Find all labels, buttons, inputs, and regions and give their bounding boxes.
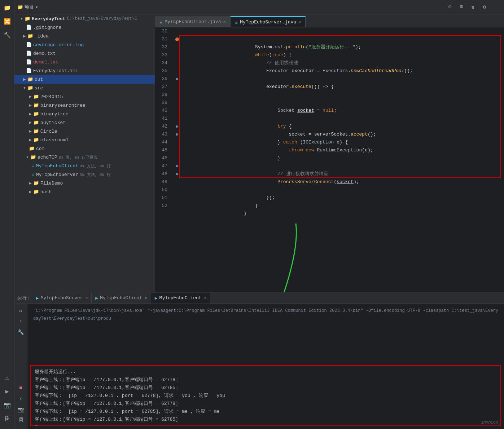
run-tab-client1[interactable]: ▶ MyTcpEchoClient ✕ bbox=[92, 293, 151, 304]
project-dropdown-icon[interactable]: ▾ bbox=[35, 4, 38, 10]
tree-iml[interactable]: 📄 EverydayTest.iml bbox=[14, 66, 155, 75]
run-tab-icon: ▶ bbox=[155, 295, 158, 301]
tab-close-client[interactable]: ✕ bbox=[223, 19, 225, 25]
tree-item-label: .gitignore bbox=[33, 25, 61, 30]
code-lines[interactable]: System.out.println("服务器开始运行..."); while(… bbox=[180, 27, 504, 292]
problems-icon[interactable]: ⚠ bbox=[1, 371, 14, 384]
tab-close-server[interactable]: ✕ bbox=[298, 19, 301, 25]
folder-icon: 📁 bbox=[27, 33, 33, 39]
collapse-icon: ▾ bbox=[26, 154, 29, 160]
editor-tabs: ☕ MyTcpEchoClient.java ✕ ☕ MyTcpEchoServ… bbox=[155, 14, 504, 27]
file-tree: ▾ 📁 EverydayTest C:\test_java\EverydayTe… bbox=[14, 14, 155, 292]
run-output: 服务器开始运行... 客户端上线：[客户端ip = /127.0.0.1,客户端… bbox=[35, 368, 497, 426]
collapse-icon: ▶ bbox=[29, 137, 32, 143]
run-tab-close[interactable]: ✕ bbox=[145, 296, 147, 300]
camera-icon[interactable]: 📷 bbox=[1, 399, 14, 412]
folder-icon: 📁 bbox=[17, 4, 23, 10]
tree-item-label: binarysearchtree bbox=[40, 103, 86, 108]
file-icon: 📄 bbox=[26, 50, 32, 56]
run-tab-close[interactable]: ✕ bbox=[204, 296, 207, 300]
folder-icon: 📁 bbox=[33, 180, 39, 186]
tree-item-label: .idea bbox=[35, 34, 49, 39]
run-wrench-btn[interactable]: 🔧 bbox=[16, 327, 26, 337]
run-settings-btn[interactable]: ⚡ bbox=[16, 394, 26, 404]
folder-icon: 📁 bbox=[33, 102, 39, 108]
output-line-5: 客户端上线：[客户端ip = /127.0.0.1,客户端端口号 = 62778… bbox=[35, 400, 497, 408]
build-icon[interactable]: 🔨 bbox=[1, 29, 14, 42]
tree-20240415[interactable]: ▶ 📁 20240415 bbox=[14, 92, 155, 101]
code-line-39: Socket socket = null; bbox=[182, 99, 498, 107]
tree-item-label: demo.txt bbox=[33, 51, 56, 56]
run-camera-btn[interactable]: 📷 bbox=[16, 404, 26, 415]
run-stop-btn[interactable]: ■ bbox=[16, 383, 26, 393]
database-icon[interactable]: 🗄 bbox=[1, 412, 14, 425]
tree-item-label: hash bbox=[40, 189, 52, 195]
run-restart-btn[interactable]: ↺ bbox=[16, 305, 26, 315]
tree-buyticket[interactable]: ▶ 📁 buyticket bbox=[14, 118, 155, 127]
run-tab-icon: ▶ bbox=[95, 295, 98, 301]
toolbar-flatten-btn[interactable]: ≡ bbox=[456, 2, 466, 12]
tree-classroom1[interactable]: ▶ 📁 classroom1 bbox=[14, 136, 155, 144]
tree-com[interactable]: 📁 com bbox=[14, 144, 155, 153]
coverage-badge: 0% 方法, 0% 行 bbox=[80, 163, 111, 169]
tree-item-label: Circle bbox=[40, 129, 57, 134]
run-icon[interactable]: ▶ bbox=[1, 385, 14, 398]
tree-mytcpechoclient[interactable]: ☕ MyTcpEchoClient 0% 方法, 0% 行 bbox=[14, 162, 155, 170]
activity-bar: 📁 🔀 🔨 ⚠ ▶ 📷 🗄 bbox=[0, 0, 14, 429]
tree-binarysearchtree[interactable]: ▶ 📁 binarysearchtree bbox=[14, 101, 155, 110]
run-scroll-btn[interactable]: ↑ bbox=[16, 316, 26, 326]
folder-icon: 📁 bbox=[29, 146, 35, 151]
tree-item-label: out bbox=[35, 77, 43, 82]
folder-icon: 📁 bbox=[27, 76, 33, 82]
folder-icon: 📁 bbox=[27, 85, 33, 91]
folder-icon: 📁 bbox=[33, 137, 39, 143]
tree-out[interactable]: ▶ 📁 out bbox=[14, 75, 155, 84]
tree-item-label: com bbox=[36, 146, 44, 151]
project-label: 项目 bbox=[25, 4, 34, 10]
project-icon[interactable]: 📁 bbox=[1, 1, 14, 14]
root-path: C:\test_java\EverydayTest\E bbox=[67, 16, 137, 21]
tree-coverage-log[interactable]: 📄 coverage-error.log bbox=[14, 40, 155, 49]
tree-demo-txt[interactable]: 📄 demo.txt bbox=[14, 49, 155, 58]
run-tab-client1-label: MyTcpEchoClient bbox=[100, 295, 142, 301]
folder-icon: 📁 bbox=[33, 94, 39, 99]
main-area: 📁 项目 ▾ ⊕ ≡ ⇅ ⚙ — ▾ 📁 bbox=[14, 0, 504, 429]
tree-mytcpechoserver[interactable]: ☕ MyTcpEchoServer 0% 方法, 0% 行 bbox=[14, 170, 155, 179]
run-tab-close[interactable]: ✕ bbox=[86, 296, 88, 300]
tab-server-label: MyTcpEchoServer.java bbox=[240, 19, 296, 25]
tree-item-label: EverydayTest.iml bbox=[33, 68, 78, 74]
tree-demo1-txt[interactable]: 📄 demo1.txt bbox=[14, 58, 155, 66]
tab-server[interactable]: ☕ MyTcpEchoServer.java ✕ bbox=[231, 16, 306, 27]
project-menu[interactable]: 📁 项目 ▾ bbox=[17, 4, 38, 10]
vcs-icon[interactable]: 🔀 bbox=[1, 15, 14, 28]
run-tab-server[interactable]: ▶ MyTcpEchoServer ✕ bbox=[32, 293, 92, 304]
collapse-icon: ▶ bbox=[29, 102, 32, 108]
tree-binarytree[interactable]: ▶ 📁 binarytree bbox=[14, 110, 155, 118]
tree-idea[interactable]: ▶ 📁 .idea bbox=[14, 32, 155, 40]
toolbar-sort-btn[interactable]: ⇅ bbox=[468, 2, 478, 12]
toolbar-settings-btn[interactable]: ⚙ bbox=[479, 2, 490, 12]
collapse-icon: ▶ bbox=[29, 120, 32, 125]
collapse-icon: ▾ bbox=[23, 85, 26, 91]
tree-hash[interactable]: ▶ 📁 hash bbox=[14, 187, 155, 196]
tree-filedemo[interactable]: ▶ 📁 FileDemo bbox=[14, 179, 155, 187]
cmd-line: "C:\Program Files\Java\jdk-17\bin\java.e… bbox=[33, 307, 498, 323]
tree-echotcp[interactable]: ▾ 📁 echoTCP 0% 类, 0% 行已覆盖 bbox=[14, 153, 155, 162]
toolbar-scope-btn[interactable]: ⊕ bbox=[445, 2, 455, 12]
tab-client[interactable]: ☕ MyTcpEchoClient.java ✕ bbox=[155, 16, 231, 27]
tree-circle[interactable]: ▶ 📁 Circle bbox=[14, 127, 155, 136]
tree-item-label: coverage-error.log bbox=[33, 42, 84, 48]
tree-src[interactable]: ▾ 📁 src bbox=[14, 84, 155, 92]
collapse-icon: ▶ bbox=[29, 180, 32, 186]
run-database-btn[interactable]: 🗄 bbox=[16, 415, 26, 425]
output-line-1: 服务器开始运行... bbox=[35, 368, 497, 376]
tree-item-label: MyTcpEchoClient bbox=[36, 163, 78, 169]
line-numbers: 30 31 32 33 34 35 36 37 38 39 40 41 42 4… bbox=[155, 27, 173, 292]
file-icon: 📄 bbox=[26, 25, 32, 30]
tree-gitignore[interactable]: 📄 .gitignore bbox=[14, 23, 155, 32]
run-tab-client2[interactable]: ▶ MyTcpEchoClient ✕ bbox=[151, 293, 210, 304]
tree-item-label: classroom1 bbox=[40, 137, 69, 143]
tree-root[interactable]: ▾ 📁 EverydayTest C:\test_java\EverydayTe… bbox=[14, 14, 155, 23]
toolbar-close-btn[interactable]: — bbox=[491, 2, 501, 12]
run-tab-client2-label: MyTcpEchoClient bbox=[159, 295, 202, 301]
